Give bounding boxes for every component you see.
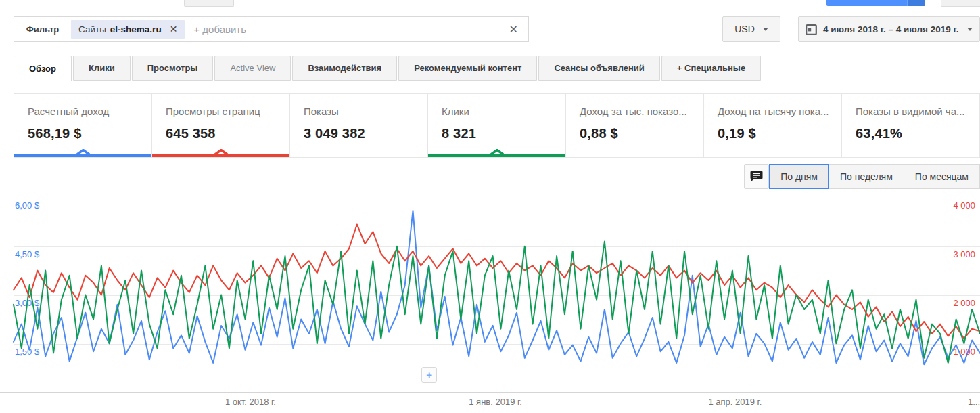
currency-select[interactable]: USD	[722, 16, 780, 42]
chip-remove-icon[interactable]: ✕	[170, 24, 178, 35]
tab-obzor[interactable]: Обзор	[14, 56, 72, 81]
primary-action-button-cut[interactable]	[826, 0, 925, 6]
series-line-clicks	[14, 242, 980, 363]
date-range-picker[interactable]: 4 июля 2018 г. – 4 июля 2019 г.	[798, 16, 980, 42]
site-filter-chip[interactable]: Сайты el-shema.ru ✕	[71, 20, 185, 39]
card-value: 0,19 $	[718, 126, 836, 142]
tab-prosmotry[interactable]: Просмотры	[132, 56, 214, 81]
x-axis-label: 1 янв. 2019 г.	[469, 397, 522, 407]
filter-add-input[interactable]: + добавить	[193, 24, 509, 35]
y-axis-label-right: 2 000	[953, 298, 975, 308]
card-label: Доход за тыс. показо...	[580, 106, 698, 117]
card-value: 0,88 $	[580, 126, 698, 142]
card-label: Показы	[304, 106, 422, 117]
y-axis-label-left: 1,50 $	[15, 347, 39, 357]
card-label: Просмотры страниц	[166, 106, 284, 117]
card-value: 645 358	[166, 126, 284, 142]
card-accent-caret-icon	[214, 149, 229, 155]
y-axis-label-right: 3 000	[953, 249, 975, 259]
card-accent-caret-icon	[490, 149, 505, 155]
card-value: 63,41%	[856, 126, 974, 142]
granularity-po-mesyatsam[interactable]: По месяцам	[904, 164, 980, 189]
y-axis-label-left: 4,50 $	[15, 249, 39, 259]
y-axis-label-left: 6,00 $	[15, 200, 39, 211]
cut-button-top-right[interactable]	[941, 0, 980, 7]
x-axis-label: 1 апр. 2019 г.	[708, 397, 762, 407]
date-range-value: 4 июля 2018 г. – 4 июля 2019 г.	[823, 24, 961, 35]
card-label: Доход на тысячу пока...	[718, 106, 836, 117]
x-axis-label: 1...	[968, 397, 980, 407]
annotation-stem	[429, 383, 429, 392]
caret-down-icon	[967, 28, 973, 31]
x-axis-baseline	[0, 392, 980, 393]
tab-vzaimodeystviya[interactable]: Взаимодействия	[292, 56, 397, 81]
tab-rekomenduemy-kontent[interactable]: Рекомендуемый контент	[398, 56, 537, 81]
filter-bar: Фильтр Сайты el-shema.ru ✕ + добавить ✕	[14, 16, 529, 42]
caret-down-icon	[763, 28, 768, 31]
comment-button[interactable]	[744, 164, 769, 189]
comment-icon	[750, 171, 763, 182]
filter-clear-icon[interactable]: ✕	[509, 23, 518, 36]
primary-action-dropdown-cut[interactable]	[907, 0, 925, 6]
card-value: 8 321	[442, 126, 560, 142]
metric-cards: Расчетный доход568,19 $Просмотры страниц…	[14, 93, 980, 158]
y-axis-label-right: 4 000	[953, 200, 975, 211]
tab-active-view[interactable]: Active View	[214, 56, 291, 81]
cut-button-top-center[interactable]	[184, 0, 234, 7]
report-tabs: ОбзорКликиПросмотрыActive ViewВзаимодейс…	[14, 56, 761, 81]
metric-card-rpm[interactable]: Доход за тыс. показо...0,88 $	[565, 93, 704, 158]
metric-card-page-views[interactable]: Просмотры страниц645 358	[151, 93, 290, 158]
granularity-po-nedelyam[interactable]: По неделям	[829, 164, 904, 189]
currency-value: USD	[734, 24, 755, 35]
calendar-icon	[806, 24, 817, 35]
y-axis-label-left: 3,00 $	[15, 298, 39, 308]
annotation-plus-button[interactable]: +	[421, 367, 437, 383]
tab-seansy-obyavleniy[interactable]: Сеансы объявлений	[538, 56, 659, 81]
granularity-po-dnyam[interactable]: По дням	[769, 164, 829, 189]
card-accent-caret-icon	[76, 149, 91, 155]
y-axis-label-right: 1 000	[953, 347, 975, 357]
metric-card-clicks[interactable]: Клики8 321	[427, 93, 566, 158]
card-label: Клики	[442, 106, 560, 117]
tab-kliki[interactable]: Клики	[73, 56, 131, 81]
card-value: 3 049 382	[304, 126, 422, 142]
x-axis-label: 1 окт. 2018 г.	[225, 397, 276, 407]
metric-card-estimated-earnings[interactable]: Расчетный доход568,19 $	[14, 93, 152, 158]
line-chart	[14, 198, 980, 392]
tab-spetsialnye[interactable]: + Специальные	[661, 56, 761, 81]
adsense-report-page: { "colors": {"blue": "#4285f4", "red": "…	[0, 0, 980, 413]
card-label: Показы в видимой ча...	[856, 106, 974, 117]
metric-card-impressions[interactable]: Показы3 049 382	[289, 93, 428, 158]
filter-chip-site: el-shema.ru	[110, 24, 162, 35]
metric-card-viewability[interactable]: Показы в видимой ча...63,41%	[841, 93, 980, 158]
granularity-toggle: По днямПо неделямПо месяцам	[770, 164, 980, 189]
filter-label: Фильтр	[14, 24, 71, 35]
card-value: 568,19 $	[28, 126, 146, 142]
series-line-page-views	[14, 225, 980, 339]
filter-chip-prefix: Сайты	[78, 24, 106, 35]
metric-card-impression-rpm[interactable]: Доход на тысячу пока...0,19 $	[703, 93, 842, 158]
card-label: Расчетный доход	[28, 106, 146, 117]
